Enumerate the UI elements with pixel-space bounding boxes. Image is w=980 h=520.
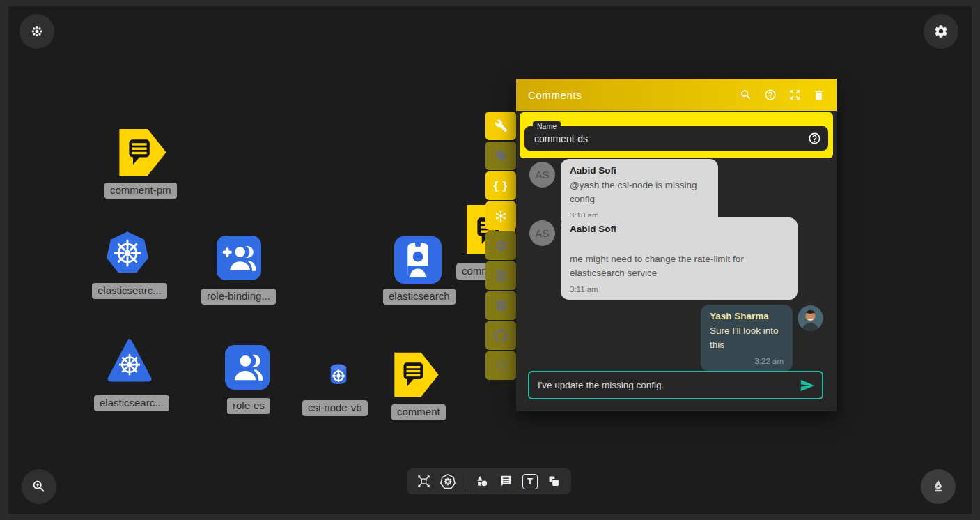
history-tool-button[interactable]: [485, 351, 516, 380]
delete-icon[interactable]: [813, 89, 825, 101]
avatar: AS: [529, 220, 555, 246]
message-author: Aabid Sofi: [570, 224, 788, 234]
add-user-icon: [217, 236, 261, 280]
service-account-icon: [394, 236, 442, 284]
node-csi-node-vb[interactable]: [326, 360, 351, 388]
wrench-icon: [495, 119, 508, 132]
meshery-logo-icon: [30, 24, 44, 38]
braces-icon: { }: [494, 179, 508, 193]
comment-pennant-icon: [118, 127, 167, 178]
help-icon[interactable]: [764, 89, 777, 101]
node-label: elasticsearc...: [92, 283, 167, 299]
kubernetes-icon: [107, 339, 152, 383]
pen-button[interactable]: [921, 469, 956, 504]
chat-message: Aabid Sofi me might need to change the r…: [561, 217, 798, 300]
node-label: elasticsearch: [383, 289, 456, 305]
panel-actions: [740, 89, 825, 101]
github-tool-button[interactable]: [485, 321, 516, 350]
node-elasticsearch-triangle[interactable]: [107, 339, 152, 383]
panel-title: Comments: [528, 89, 582, 101]
comment-icon: [499, 474, 513, 489]
comments-panel: Comments Name: [516, 79, 837, 411]
meshery-logo-icon: [494, 209, 508, 223]
message-time: 3:11 am: [570, 285, 788, 293]
node-label: comment-pm: [104, 183, 177, 199]
message-text: me might need to change the rate-limit f…: [570, 252, 788, 281]
name-field-wrap: Name: [524, 126, 828, 151]
doc-search-tool-button[interactable]: [485, 261, 516, 290]
history-icon: [495, 359, 508, 372]
zoom-button[interactable]: [22, 469, 56, 504]
message-text: @yash the csi-node is missing config: [570, 178, 709, 207]
kubernetes-icon: [440, 474, 456, 489]
chat-input-wrap: [528, 371, 823, 399]
wrench-tool-button[interactable]: [485, 112, 516, 140]
name-field-section: Name: [520, 112, 833, 158]
graph-view-button[interactable]: [417, 474, 431, 489]
gear-icon: [933, 24, 949, 39]
settings-tool-button[interactable]: [485, 231, 516, 260]
shapes-tool-button[interactable]: [474, 474, 490, 489]
toolbar-divider: [465, 474, 465, 489]
node-label: role-binding...: [201, 289, 276, 305]
settings-button[interactable]: [924, 14, 958, 49]
tag-icon: [495, 149, 508, 162]
meshery-tool-button[interactable]: [485, 201, 516, 230]
message-author: Yash Sharma: [710, 311, 784, 321]
kubernetes-view-button[interactable]: [440, 474, 456, 489]
github-icon: [494, 329, 508, 343]
node-label: role-es: [227, 398, 270, 414]
kubernetes-icon: [105, 231, 150, 275]
pen-nib-icon: [931, 479, 946, 494]
zoom-in-icon: [31, 479, 47, 494]
chat-input[interactable]: [529, 372, 822, 398]
note-tool-button[interactable]: [547, 474, 561, 489]
expand-icon[interactable]: [788, 89, 801, 101]
user-photo: [798, 305, 823, 331]
search-icon[interactable]: [740, 89, 752, 101]
name-input[interactable]: [524, 126, 828, 151]
braces-tool-button[interactable]: { }: [485, 171, 516, 200]
chat-message: Yash Sharma Sure I'll look into this 3:2…: [701, 305, 793, 372]
node-role-es[interactable]: [225, 345, 270, 390]
node-elasticsearch-sa[interactable]: [394, 236, 442, 284]
document-search-icon: [495, 269, 508, 282]
node-elasticsearch-heptagon[interactable]: [105, 231, 150, 275]
canvas-bottom-toolbar: T: [407, 468, 571, 494]
avatar-photo: [798, 305, 823, 331]
node-comment-pm[interactable]: [118, 127, 167, 178]
message-time: 3:22 am: [710, 357, 784, 365]
comment-tool-button[interactable]: [499, 474, 513, 489]
avatar: AS: [529, 162, 555, 188]
name-help-icon[interactable]: [808, 132, 821, 148]
note-icon: [547, 474, 561, 489]
node-role-binding[interactable]: [217, 236, 261, 280]
app-logo-button[interactable]: [20, 14, 54, 49]
chat-message: Aabid Sofi @yash the csi-node is missing…: [561, 159, 718, 226]
node-tools-strip: { }: [485, 112, 516, 380]
gear-icon: [495, 239, 508, 252]
shapes-icon: [474, 474, 490, 489]
design-canvas-app: comment-pm elasticsearc... role-binding.…: [0, 0, 980, 520]
message-author: Aabid Sofi: [570, 165, 709, 176]
node-label: comment: [391, 404, 446, 420]
comment-pennant-icon: [394, 351, 440, 398]
node-label: elasticsearc...: [94, 395, 169, 411]
tag-tool-button[interactable]: [485, 142, 516, 170]
node-comment[interactable]: [394, 351, 440, 398]
graph-icon: [417, 474, 431, 489]
node-label: csi-node-vb: [302, 400, 368, 416]
text-tool-icon: T: [522, 474, 538, 489]
shield-tool-button[interactable]: [485, 291, 516, 320]
message-text: Sure I'll look into this: [710, 324, 784, 353]
storage-cylinder-icon: [326, 360, 351, 388]
comments-panel-header[interactable]: Comments: [516, 79, 837, 111]
users-icon: [225, 345, 270, 390]
shield-icon: [495, 299, 508, 312]
send-icon[interactable]: [800, 378, 815, 396]
text-tool-button[interactable]: T: [522, 474, 538, 489]
